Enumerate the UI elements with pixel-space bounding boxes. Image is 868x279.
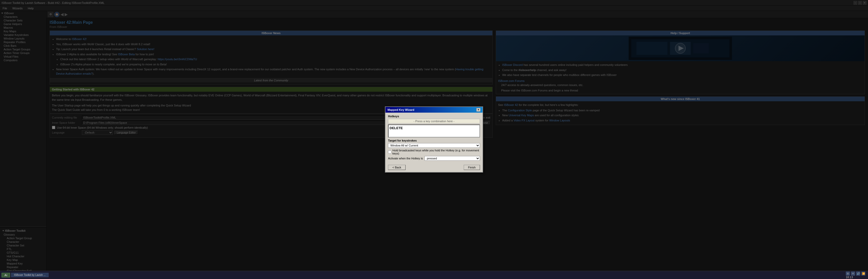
dialog-body: Hotkeys - Press a key combination here -…	[385, 113, 483, 164]
activate-when-label: Activate when the Hotkey is	[388, 157, 423, 160]
taskbar-icon-1: ⊞	[846, 272, 850, 276]
press-key-hint: - Press a key combination here -	[388, 119, 480, 123]
taskbar-icon-2: ✉	[851, 272, 855, 276]
start-button[interactable]: Ai	[2, 273, 10, 277]
target-keystrokes-label: Target for keystrokes	[388, 139, 480, 142]
taskbar-icon-3: 🔊	[856, 272, 860, 276]
broadcast-label: Hold broadcasted keys while you hold the…	[393, 149, 480, 155]
taskbar-icon-4: 📶	[861, 272, 865, 276]
activate-select[interactable]: pressed	[425, 156, 480, 161]
dialog-overlay: Mapped Key Wizard ✕ Hotkeys - Press a ke…	[0, 0, 868, 279]
mapped-key-wizard-dialog: Mapped Key Wizard ✕ Hotkeys - Press a ke…	[385, 106, 483, 173]
cancel-button[interactable]: < Back	[388, 165, 406, 170]
dialog-title: Mapped Key Wizard	[388, 108, 414, 111]
dialog-title-bar: Mapped Key Wizard ✕	[385, 107, 483, 113]
clock: 18:13	[846, 276, 853, 279]
activate-row: Activate when the Hotkey is pressed	[388, 156, 480, 161]
key-display[interactable]: DELETE	[388, 125, 480, 137]
taskbar-app-button[interactable]: ISBoxer Toolkit by Lavish ...	[11, 273, 49, 277]
taskbar-icons: ⊞ ✉ 🔊 📶	[846, 272, 865, 276]
finish-button[interactable]: Finish	[464, 165, 480, 170]
target-row: Window All w/ Current	[388, 143, 480, 148]
broadcast-checkbox-row: Hold broadcasted keys while you hold the…	[388, 149, 480, 155]
hotkeys-label: Hotkeys	[388, 115, 480, 118]
target-select[interactable]: Window All w/ Current	[388, 143, 480, 148]
taskbar-time: ⊞ ✉ 🔊 📶 18:13	[846, 272, 866, 279]
taskbar: Ai ISBoxer Toolkit by Lavish ... ⊞ ✉ 🔊 📶…	[0, 271, 868, 279]
dialog-footer: < Back Finish	[385, 164, 483, 172]
broadcast-checkbox[interactable]	[388, 150, 392, 154]
dialog-close-button[interactable]: ✕	[476, 108, 480, 112]
